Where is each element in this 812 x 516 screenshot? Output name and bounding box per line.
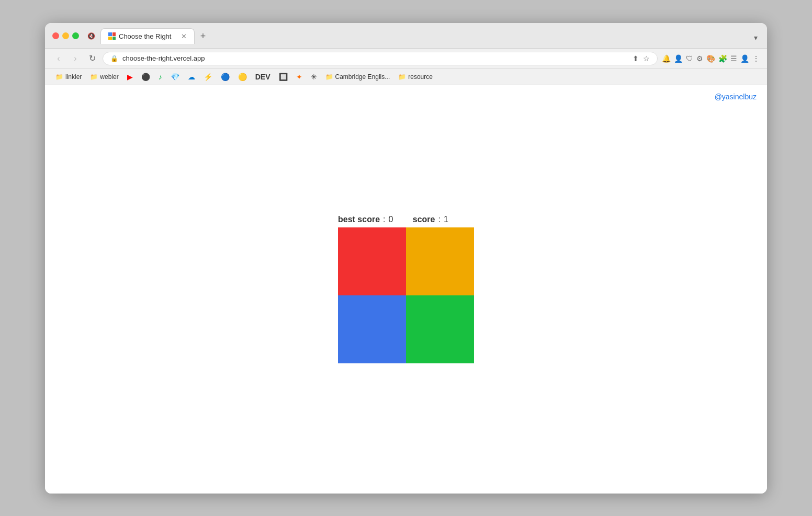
bookmark-resource[interactable]: 📁 resource <box>395 72 436 82</box>
score-bar: best score : 0 score : 1 <box>338 215 448 224</box>
attribution: @yasinelbuz <box>715 93 757 101</box>
lock-icon: 🔒 <box>110 55 118 62</box>
extra3-icon: 🟡 <box>238 73 247 81</box>
browser-window: 🔇 Choose the Right ✕ + <box>45 23 767 494</box>
bookmark-extra4[interactable]: 🔲 <box>276 71 291 83</box>
folder-icon: 📁 <box>325 73 333 81</box>
minimize-button[interactable] <box>62 32 69 39</box>
url-actions: ⬆ ☆ <box>633 54 650 63</box>
spotify-icon: ♪ <box>159 73 162 81</box>
onedrive-icon: ☁ <box>188 73 195 81</box>
profile-icon[interactable]: 👤 <box>740 54 749 63</box>
url-bar[interactable]: 🔒 choose-the-right.vercel.app ⬆ ☆ <box>103 52 658 65</box>
extensions-icon[interactable]: 🧩 <box>718 54 727 63</box>
share-icon[interactable]: ⬆ <box>633 54 639 63</box>
extra5-icon: ✦ <box>296 73 302 81</box>
bookmark-extra1[interactable]: ⚡ <box>200 71 216 83</box>
bookmark-label: resource <box>408 73 433 81</box>
bookmark-linkler[interactable]: 📁 linkler <box>52 72 85 82</box>
close-button[interactable] <box>52 32 59 39</box>
title-bar: 🔇 Choose the Right ✕ + <box>45 23 767 49</box>
reload-button[interactable]: ↻ <box>86 52 98 65</box>
colorwheel-icon[interactable]: 🎨 <box>706 54 715 63</box>
extra4-icon: 🔲 <box>279 73 288 81</box>
new-tab-button[interactable]: + <box>196 29 210 44</box>
folder-icon: 📁 <box>398 73 406 81</box>
traffic-lights <box>52 32 79 39</box>
address-bar: ‹ › ↻ 🔒 choose-the-right.vercel.app ⬆ ☆ … <box>45 49 767 69</box>
bookmark-obsidian[interactable]: 💎 <box>167 71 183 83</box>
notifications-icon[interactable]: 🔔 <box>662 54 671 63</box>
folder-icon: 📁 <box>90 73 98 81</box>
audio-icon: 🔇 <box>87 32 95 40</box>
page-content: @yasinelbuz best score : 0 score : 1 <box>45 85 767 494</box>
best-score-value: 0 <box>389 215 393 224</box>
color-cell-yellow[interactable] <box>406 227 474 295</box>
browser-actions: 🔔 👤 🛡 ⚙ 🎨 🧩 ☰ 👤 ⋮ <box>662 54 760 63</box>
account-icon[interactable]: 👤 <box>674 54 683 63</box>
url-text: choose-the-right.vercel.app <box>122 54 628 62</box>
menu-icon[interactable]: ☰ <box>730 54 737 63</box>
folder-icon: 📁 <box>55 73 63 81</box>
tab-dropdown[interactable]: ▾ <box>752 31 760 44</box>
extra6-icon: ✳ <box>311 73 317 81</box>
bookmark-cambridge[interactable]: 📁 Cambridge Englis... <box>322 72 393 82</box>
score-colon: : <box>438 215 440 224</box>
bookmark-label: Cambridge Englis... <box>335 73 390 81</box>
bookmark-extra3[interactable]: 🟡 <box>235 71 250 83</box>
bookmark-extra6[interactable]: ✳ <box>308 71 320 83</box>
extra1-icon: ⚡ <box>204 73 212 81</box>
score-label: score <box>413 215 435 224</box>
forward-button[interactable]: › <box>69 52 82 65</box>
color-cell-blue[interactable] <box>338 295 406 363</box>
color-grid <box>338 227 474 363</box>
tabs-bar: Choose the Right ✕ + ▾ <box>100 28 760 44</box>
color-cell-green[interactable] <box>406 295 474 363</box>
more-icon[interactable]: ⋮ <box>752 54 760 63</box>
maximize-button[interactable] <box>72 32 79 39</box>
bookmark-label: webler <box>100 73 118 81</box>
star-icon[interactable]: ☆ <box>643 54 650 63</box>
bookmark-webler[interactable]: 📁 webler <box>87 72 121 82</box>
bookmark-extra2[interactable]: 🔵 <box>218 71 233 83</box>
bookmark-youtube[interactable]: ▶ <box>124 71 136 83</box>
color-cell-red[interactable] <box>338 227 406 295</box>
shield-icon[interactable]: 🛡 <box>686 54 693 63</box>
settings-icon[interactable]: ⚙ <box>696 54 703 63</box>
extra2-icon: 🔵 <box>221 73 230 81</box>
best-score-colon: : <box>383 215 385 224</box>
tab-favicon <box>108 32 116 40</box>
bookmark-github[interactable]: ⚫ <box>138 71 153 83</box>
bookmark-extra5[interactable]: ✦ <box>293 71 306 83</box>
youtube-icon: ▶ <box>127 73 133 81</box>
tab-close-icon[interactable]: ✕ <box>181 32 187 40</box>
bookmark-onedrive[interactable]: ☁ <box>185 71 198 83</box>
bookmark-devto[interactable]: DEV <box>252 71 274 83</box>
active-tab[interactable]: Choose the Right ✕ <box>100 28 195 44</box>
score-value: 1 <box>444 215 448 224</box>
tab-title: Choose the Right <box>119 32 178 40</box>
bookmarks-bar: 📁 linkler 📁 webler ▶ ⚫ ♪ 💎 ☁ ⚡ 🔵 🟡 <box>45 69 767 85</box>
obsidian-icon: 💎 <box>171 73 179 81</box>
game-area: best score : 0 score : 1 <box>338 215 474 363</box>
bookmark-spotify[interactable]: ♪ <box>155 71 165 83</box>
devto-icon: DEV <box>255 73 270 81</box>
back-button[interactable]: ‹ <box>52 52 65 65</box>
github-icon: ⚫ <box>141 73 150 81</box>
best-score-label: best score <box>338 215 380 224</box>
score-separator <box>399 215 406 224</box>
bookmark-label: linkler <box>65 73 82 81</box>
